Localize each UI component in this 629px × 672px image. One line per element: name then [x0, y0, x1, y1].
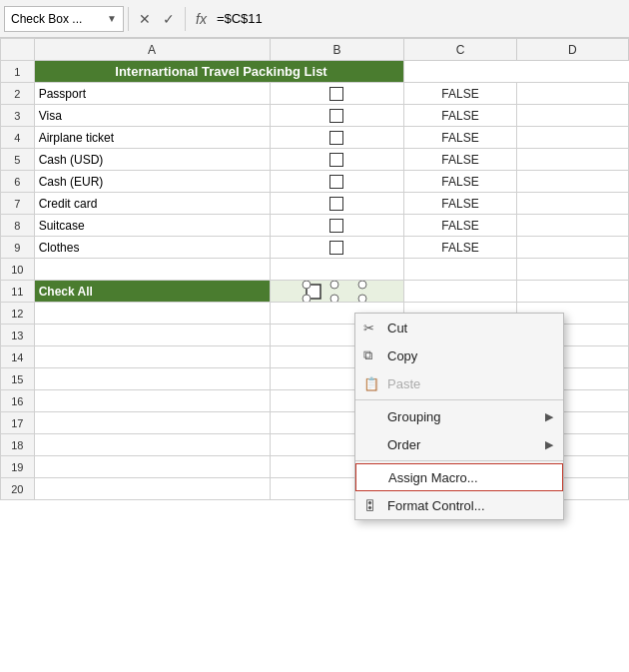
cell-b[interactable]: [270, 127, 404, 149]
table-row: 2PassportFALSE: [1, 83, 629, 105]
toolbar-divider: [128, 7, 129, 31]
cell-a[interactable]: Cash (EUR): [34, 171, 270, 193]
cell-b[interactable]: [270, 281, 404, 303]
cell-d: [516, 171, 628, 193]
table-row: 1Internartional Travel Packinbg List: [1, 61, 629, 83]
cell-a[interactable]: Credit card: [34, 193, 270, 215]
cell-a[interactable]: Visa: [34, 105, 270, 127]
menu-item-order[interactable]: Order▶: [355, 430, 563, 458]
table-row: 3VisaFALSE: [1, 105, 629, 127]
menu-item-assign_macro[interactable]: Assign Macro...: [355, 463, 563, 491]
col-header-a[interactable]: A: [34, 39, 270, 61]
cell-a[interactable]: [34, 259, 270, 281]
table-row: 11Check All: [1, 281, 629, 303]
cell-b[interactable]: [270, 171, 404, 193]
svg-point-3: [358, 281, 366, 289]
row-number: 13: [1, 325, 35, 346]
cell-b[interactable]: [270, 149, 404, 171]
formula-input[interactable]: [213, 9, 625, 28]
cell-a[interactable]: Clothes: [34, 237, 270, 259]
cell-d: [516, 149, 628, 171]
submenu-arrow-icon: ▶: [545, 410, 553, 423]
cancel-icon[interactable]: ✕: [133, 7, 157, 31]
cut-icon: ✂: [363, 321, 374, 336]
row-number: 6: [1, 171, 35, 193]
cell-b[interactable]: [270, 259, 404, 281]
menu-item-copy[interactable]: ⧉Copy: [355, 341, 563, 369]
row-number: 1: [1, 61, 35, 83]
checkbox[interactable]: [329, 131, 343, 145]
row-number: 8: [1, 215, 35, 237]
svg-point-5: [330, 295, 338, 303]
cell-a[interactable]: [34, 434, 270, 456]
row-number: 3: [1, 105, 35, 127]
table-row: 10: [1, 259, 629, 281]
table-row: 8SuitcaseFALSE: [1, 215, 629, 237]
menu-separator: [355, 399, 563, 400]
col-header-b[interactable]: B: [270, 39, 404, 61]
cell-c: FALSE: [404, 149, 516, 171]
menu-item-grouping[interactable]: Grouping▶: [355, 402, 563, 430]
cell-c: FALSE: [404, 215, 516, 237]
cell-a[interactable]: [34, 390, 270, 412]
spreadsheet-wrapper: A B C D 1Internartional Travel Packinbg …: [0, 38, 629, 500]
cell-d: [516, 215, 628, 237]
cell-a[interactable]: Passport: [34, 83, 270, 105]
cell-a[interactable]: Cash (USD): [34, 149, 270, 171]
checkbox[interactable]: [329, 87, 343, 101]
cell-c: [404, 281, 516, 303]
cell-d: [516, 83, 628, 105]
cell-b[interactable]: [270, 83, 404, 105]
svg-point-2: [330, 281, 338, 289]
column-header-row: A B C D: [1, 39, 629, 61]
toolbar: Check Box ... ▼ ✕ ✓ fx: [0, 0, 629, 38]
cell-c: FALSE: [404, 127, 516, 149]
cell-a[interactable]: Check All: [34, 281, 270, 303]
cell-a[interactable]: [34, 456, 270, 478]
col-header-d[interactable]: D: [516, 39, 628, 61]
checkbox[interactable]: [329, 219, 343, 233]
menu-item-cut[interactable]: ✂Cut: [355, 314, 563, 341]
svg-point-4: [303, 295, 311, 303]
cell-d: [516, 281, 628, 303]
cell-b[interactable]: [270, 105, 404, 127]
cell-a[interactable]: [34, 478, 270, 500]
checkbox[interactable]: [329, 175, 343, 189]
menu-separator: [355, 460, 563, 461]
cell-d: [516, 259, 628, 281]
name-box[interactable]: Check Box ... ▼: [4, 6, 124, 32]
row-number: 17: [1, 412, 35, 434]
cell-b[interactable]: [270, 193, 404, 215]
confirm-icon[interactable]: ✓: [157, 7, 181, 31]
svg-point-6: [358, 295, 366, 303]
row-number: 7: [1, 193, 35, 215]
col-header-c[interactable]: C: [404, 39, 516, 61]
cell-a[interactable]: Airplane ticket: [34, 127, 270, 149]
cell-a[interactable]: [34, 368, 270, 390]
cell-b[interactable]: [270, 215, 404, 237]
toolbar-divider2: [185, 7, 186, 31]
checkbox[interactable]: [329, 153, 343, 167]
table-row: 4Airplane ticketFALSE: [1, 127, 629, 149]
checkbox[interactable]: [329, 109, 343, 123]
cell-a[interactable]: [34, 303, 270, 325]
row-number: 10: [1, 259, 35, 281]
menu-item-format_control[interactable]: 🎛Format Control...: [355, 491, 563, 519]
name-box-arrow: ▼: [107, 13, 117, 24]
table-row: 6Cash (EUR)FALSE: [1, 171, 629, 193]
row-number: 14: [1, 346, 35, 368]
cell-a[interactable]: Internartional Travel Packinbg List: [34, 61, 404, 83]
menu-item-label: Order: [387, 437, 420, 452]
cell-a[interactable]: [34, 346, 270, 368]
cell-d: [516, 127, 628, 149]
cell-b[interactable]: [270, 237, 404, 259]
menu-item-label: Assign Macro...: [388, 470, 478, 485]
cell-a[interactable]: Suitcase: [34, 215, 270, 237]
menu-item-label: Cut: [387, 321, 407, 336]
cell-a[interactable]: [34, 412, 270, 434]
cell-d: [516, 237, 628, 259]
cell-c: FALSE: [404, 237, 516, 259]
cell-a[interactable]: [34, 325, 270, 346]
checkbox[interactable]: [329, 241, 343, 255]
checkbox[interactable]: [329, 197, 343, 211]
